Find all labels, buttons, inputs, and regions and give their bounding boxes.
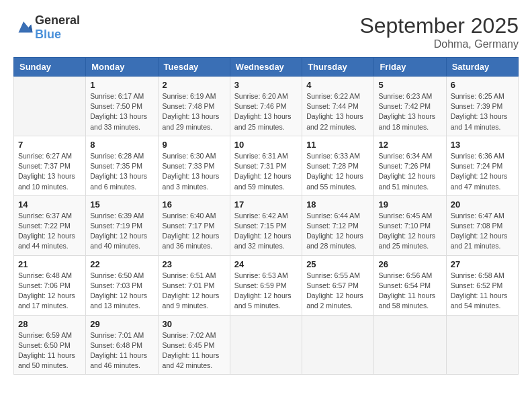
day-number: 28: [18, 319, 81, 329]
calendar-cell: 7Sunrise: 6:27 AMSunset: 7:37 PMDaylight…: [14, 136, 86, 195]
weekday-header: Monday: [86, 58, 158, 77]
day-number: 26: [378, 259, 441, 269]
calendar-cell: 26Sunrise: 6:56 AMSunset: 6:54 PMDayligh…: [374, 255, 446, 315]
weekday-header-row: SundayMondayTuesdayWednesdayThursdayFrid…: [14, 58, 519, 77]
day-info: Sunrise: 6:40 AMSunset: 7:17 PMDaylight:…: [163, 211, 226, 252]
calendar-week-row: 28Sunrise: 6:59 AMSunset: 6:50 PMDayligh…: [14, 315, 519, 375]
calendar-cell: 30Sunrise: 7:02 AMSunset: 6:45 PMDayligh…: [158, 315, 230, 375]
day-info: Sunrise: 6:55 AMSunset: 6:57 PMDaylight:…: [306, 271, 369, 312]
day-info: Sunrise: 6:37 AMSunset: 7:22 PMDaylight:…: [18, 211, 81, 252]
day-info: Sunrise: 6:33 AMSunset: 7:28 PMDaylight:…: [306, 151, 369, 192]
calendar-cell: 18Sunrise: 6:44 AMSunset: 7:12 PMDayligh…: [302, 195, 374, 255]
day-info: Sunrise: 6:48 AMSunset: 7:06 PMDaylight:…: [18, 271, 81, 312]
calendar-cell: 11Sunrise: 6:33 AMSunset: 7:28 PMDayligh…: [302, 136, 374, 195]
weekday-header: Wednesday: [230, 58, 302, 77]
day-info: Sunrise: 6:30 AMSunset: 7:33 PMDaylight:…: [163, 151, 226, 192]
day-info: Sunrise: 6:23 AMSunset: 7:42 PMDaylight:…: [378, 91, 441, 132]
day-number: 13: [451, 140, 514, 150]
day-info: Sunrise: 6:59 AMSunset: 6:50 PMDaylight:…: [18, 330, 81, 371]
calendar-cell: 13Sunrise: 6:36 AMSunset: 7:24 PMDayligh…: [446, 136, 518, 195]
calendar-cell: 5Sunrise: 6:23 AMSunset: 7:42 PMDaylight…: [374, 77, 446, 136]
day-number: 12: [378, 140, 441, 150]
calendar-cell: 22Sunrise: 6:50 AMSunset: 7:03 PMDayligh…: [86, 255, 158, 315]
day-info: Sunrise: 6:44 AMSunset: 7:12 PMDaylight:…: [306, 211, 369, 252]
day-info: Sunrise: 6:31 AMSunset: 7:31 PMDaylight:…: [234, 151, 298, 192]
day-info: Sunrise: 6:25 AMSunset: 7:39 PMDaylight:…: [451, 91, 514, 132]
calendar-cell: 14Sunrise: 6:37 AMSunset: 7:22 PMDayligh…: [14, 195, 86, 255]
weekday-header: Thursday: [302, 58, 374, 77]
day-number: 19: [378, 199, 441, 210]
day-number: 2: [163, 80, 226, 90]
calendar-cell: 24Sunrise: 6:53 AMSunset: 6:59 PMDayligh…: [230, 255, 302, 315]
calendar-cell: 3Sunrise: 6:20 AMSunset: 7:46 PMDaylight…: [230, 77, 302, 136]
day-info: Sunrise: 7:01 AMSunset: 6:48 PMDaylight:…: [90, 330, 153, 371]
day-number: 10: [234, 140, 298, 150]
calendar-cell: 16Sunrise: 6:40 AMSunset: 7:17 PMDayligh…: [158, 195, 230, 255]
day-info: Sunrise: 6:53 AMSunset: 6:59 PMDaylight:…: [234, 271, 298, 312]
calendar-cell: 12Sunrise: 6:34 AMSunset: 7:26 PMDayligh…: [374, 136, 446, 195]
calendar-table: SundayMondayTuesdayWednesdayThursdayFrid…: [13, 57, 519, 375]
calendar-cell: 2Sunrise: 6:19 AMSunset: 7:48 PMDaylight…: [158, 77, 230, 136]
day-number: 16: [163, 199, 226, 210]
day-number: 27: [451, 259, 514, 269]
calendar-week-row: 7Sunrise: 6:27 AMSunset: 7:37 PMDaylight…: [14, 136, 519, 195]
day-number: 18: [306, 199, 369, 210]
logo-general: General: [35, 13, 80, 27]
calendar-week-row: 21Sunrise: 6:48 AMSunset: 7:06 PMDayligh…: [14, 255, 519, 315]
day-info: Sunrise: 6:56 AMSunset: 6:54 PMDaylight:…: [378, 271, 441, 312]
day-number: 20: [451, 199, 514, 210]
logo-icon: [13, 17, 34, 38]
day-info: Sunrise: 6:51 AMSunset: 7:01 PMDaylight:…: [163, 271, 226, 312]
calendar-cell: 29Sunrise: 7:01 AMSunset: 6:48 PMDayligh…: [86, 315, 158, 375]
calendar-cell: 28Sunrise: 6:59 AMSunset: 6:50 PMDayligh…: [14, 315, 86, 375]
calendar-cell: 23Sunrise: 6:51 AMSunset: 7:01 PMDayligh…: [158, 255, 230, 315]
day-number: 21: [18, 259, 81, 269]
day-number: 14: [18, 199, 81, 210]
day-number: 6: [451, 80, 514, 90]
day-number: 5: [378, 80, 441, 90]
day-info: Sunrise: 6:34 AMSunset: 7:26 PMDaylight:…: [378, 151, 441, 192]
day-number: 22: [90, 259, 153, 269]
day-number: 8: [90, 140, 153, 150]
day-number: 25: [306, 259, 369, 269]
day-number: 24: [234, 259, 298, 269]
calendar-cell: 10Sunrise: 6:31 AMSunset: 7:31 PMDayligh…: [230, 136, 302, 195]
day-info: Sunrise: 6:45 AMSunset: 7:10 PMDaylight:…: [378, 211, 441, 252]
location-title: Dohma, Germany: [359, 38, 519, 50]
title-area: September 2025 Dohma, Germany: [359, 13, 519, 50]
day-info: Sunrise: 6:22 AMSunset: 7:44 PMDaylight:…: [306, 91, 369, 132]
day-info: Sunrise: 6:39 AMSunset: 7:19 PMDaylight:…: [90, 211, 153, 252]
day-number: 15: [90, 199, 153, 210]
calendar-cell: [302, 315, 374, 375]
calendar-week-row: 14Sunrise: 6:37 AMSunset: 7:22 PMDayligh…: [14, 195, 519, 255]
day-number: 30: [163, 319, 226, 329]
day-number: 3: [234, 80, 298, 90]
day-info: Sunrise: 6:20 AMSunset: 7:46 PMDaylight:…: [234, 91, 298, 132]
weekday-header: Saturday: [446, 58, 518, 77]
weekday-header: Friday: [374, 58, 446, 77]
calendar-cell: [230, 315, 302, 375]
calendar-cell: [446, 315, 518, 375]
day-number: 9: [163, 140, 226, 150]
calendar-cell: 1Sunrise: 6:17 AMSunset: 7:50 PMDaylight…: [86, 77, 158, 136]
day-info: Sunrise: 6:28 AMSunset: 7:35 PMDaylight:…: [90, 151, 153, 192]
day-number: 4: [306, 80, 369, 90]
calendar-cell: [374, 315, 446, 375]
day-number: 23: [163, 259, 226, 269]
day-info: Sunrise: 6:42 AMSunset: 7:15 PMDaylight:…: [234, 211, 298, 252]
calendar-cell: 8Sunrise: 6:28 AMSunset: 7:35 PMDaylight…: [86, 136, 158, 195]
calendar-cell: [14, 77, 86, 136]
calendar-cell: 21Sunrise: 6:48 AMSunset: 7:06 PMDayligh…: [14, 255, 86, 315]
page-header: General Blue September 2025 Dohma, Germa…: [13, 13, 519, 50]
weekday-header: Sunday: [14, 58, 86, 77]
day-info: Sunrise: 7:02 AMSunset: 6:45 PMDaylight:…: [163, 330, 226, 371]
logo: General Blue: [13, 13, 80, 42]
calendar-cell: 20Sunrise: 6:47 AMSunset: 7:08 PMDayligh…: [446, 195, 518, 255]
logo-blue: Blue: [35, 28, 61, 41]
calendar-cell: 6Sunrise: 6:25 AMSunset: 7:39 PMDaylight…: [446, 77, 518, 136]
day-number: 17: [234, 199, 298, 210]
calendar-cell: 27Sunrise: 6:58 AMSunset: 6:52 PMDayligh…: [446, 255, 518, 315]
day-info: Sunrise: 6:58 AMSunset: 6:52 PMDaylight:…: [451, 271, 514, 312]
day-info: Sunrise: 6:27 AMSunset: 7:37 PMDaylight:…: [18, 151, 81, 192]
calendar-week-row: 1Sunrise: 6:17 AMSunset: 7:50 PMDaylight…: [14, 77, 519, 136]
